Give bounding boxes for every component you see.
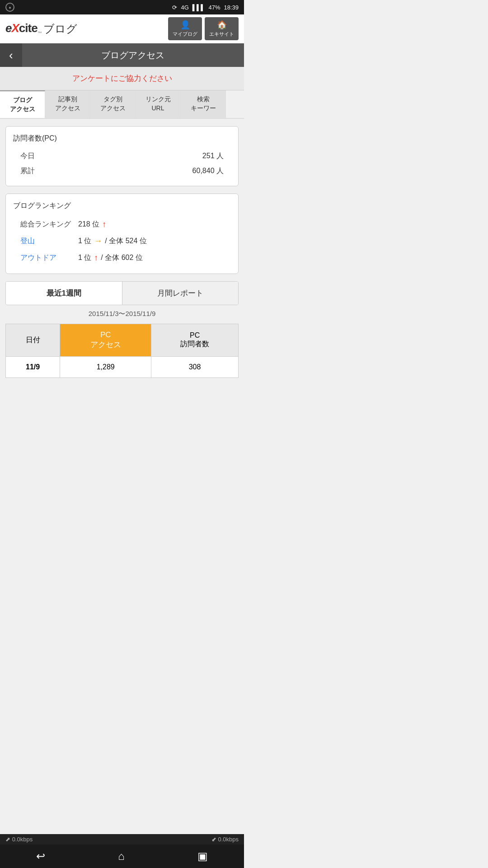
today-value: 251 人 <box>202 151 224 161</box>
today-stat-row: 今日 251 人 <box>13 149 231 164</box>
visitors-card-title: 訪問者数(PC) <box>13 134 231 143</box>
category1-value: 1 位 → / 全体 524 位 <box>78 236 147 246</box>
overall-rank: 218 位 <box>78 220 99 229</box>
header-buttons: 👤 マイブログ 🏠 エキサイト <box>168 17 239 40</box>
col-pc-visitors-header: PC訪問者数 <box>151 324 239 357</box>
person-icon: 👤 <box>180 20 190 30</box>
visitors-card: 訪問者数(PC) 今日 251 人 累計 60,840 人 <box>5 126 239 186</box>
tab-bar: ブログアクセス 記事別アクセス タグ別アクセス リンク元URL 検索キーワー <box>0 90 244 119</box>
home-icon: 🏠 <box>217 20 227 30</box>
report-tab-bar: 最近1週間 月間レポート <box>5 281 239 305</box>
cell-access: 1,289 <box>60 357 151 378</box>
survey-banner[interactable]: アンケートにご協力ください <box>0 67 244 90</box>
category1-arrow: → <box>94 236 102 246</box>
overall-arrow: ↑ <box>102 220 106 229</box>
category2-total: / 全体 602 位 <box>101 253 142 263</box>
signal-bars: ▌▌▌ <box>192 4 205 11</box>
ranking-card: ブログランキング 総合ランキング 218 位 ↑ 登山 1 位 → / 全体 5… <box>5 193 239 274</box>
access-table: 日付 PCアクセス PC訪問者数 11/9 1,289 308 <box>5 324 239 378</box>
category2-rank: 1 位 <box>78 253 91 263</box>
nav-bar: ‹ ブログアクセス <box>0 43 244 67</box>
rotate-icon: ⟳ <box>172 4 177 11</box>
my-blog-label: マイブログ <box>173 31 197 38</box>
tab-blog-access[interactable]: ブログアクセス <box>0 90 45 119</box>
report-tab-monthly[interactable]: 月間レポート <box>122 282 239 305</box>
tab-tag-access[interactable]: タグ別アクセス <box>90 90 136 118</box>
back-icon: ‹ <box>9 48 13 62</box>
status-bar: ● ⟳ 4G ▌▌▌ 47% 18:39 <box>0 0 244 14</box>
excite-logo: eXcite™ <box>5 21 42 36</box>
category1-total: / 全体 524 位 <box>105 236 146 246</box>
tab-search-keyword[interactable]: 検索キーワー <box>181 90 226 118</box>
overall-ranking-row: 総合ランキング 218 位 ↑ <box>13 216 231 233</box>
today-label: 今日 <box>20 151 35 161</box>
category2-link[interactable]: アウトドア <box>20 253 75 263</box>
overall-label: 総合ランキング <box>20 220 75 229</box>
cell-visitors: 308 <box>151 357 239 378</box>
cell-date: 11/9 <box>6 357 60 378</box>
category1-rank: 1 位 <box>78 236 91 246</box>
total-value: 60,840 人 <box>192 166 224 176</box>
category2-ranking-row: アウトドア 1 位 ↑ / 全体 602 位 <box>13 250 231 266</box>
survey-text: アンケートにご協力ください <box>72 74 172 83</box>
table-row: 11/9 1,289 308 <box>6 357 239 378</box>
category1-link[interactable]: 登山 <box>20 236 75 246</box>
tab-link-url[interactable]: リンク元URL <box>136 90 181 118</box>
report-tab-weekly[interactable]: 最近1週間 <box>6 282 122 305</box>
total-stat-row: 累計 60,840 人 <box>13 164 231 179</box>
signal-label: 4G <box>181 4 188 11</box>
overall-value: 218 位 ↑ <box>78 220 106 229</box>
category2-value: 1 位 ↑ / 全体 602 位 <box>78 253 143 263</box>
category2-arrow: ↑ <box>94 253 98 263</box>
col-date-header: 日付 <box>6 324 60 357</box>
tab-article-access[interactable]: 記事別アクセス <box>45 90 90 118</box>
category1-ranking-row: 登山 1 位 → / 全体 524 位 <box>13 233 231 250</box>
date-range: 2015/11/3〜2015/11/9 <box>0 305 244 320</box>
excite-site-button[interactable]: 🏠 エキサイト <box>205 17 239 40</box>
total-label: 累計 <box>20 166 35 176</box>
excite-site-label: エキサイト <box>209 31 234 38</box>
col-pc-access-header: PCアクセス <box>60 324 151 357</box>
ranking-card-title: ブログランキング <box>13 201 231 211</box>
browser-icon: ● <box>5 3 14 12</box>
header-title: ブログ <box>43 22 77 36</box>
app-header: eXcite™ ブログ 👤 マイブログ 🏠 エキサイト <box>0 14 244 43</box>
logo-area: eXcite™ ブログ <box>5 21 77 36</box>
page-title: ブログアクセス <box>22 49 244 61</box>
time-label: 18:39 <box>224 4 239 11</box>
my-blog-button[interactable]: 👤 マイブログ <box>168 17 202 40</box>
battery-label: 47% <box>208 4 220 11</box>
back-button[interactable]: ‹ <box>0 43 22 67</box>
